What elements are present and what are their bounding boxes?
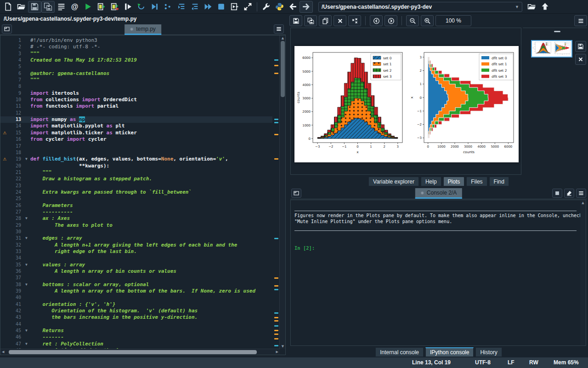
editor-line[interactable]: 45▼ Returns — [0, 328, 272, 334]
editor-line[interactable]: 14import matplotlib.pyplot as plt — [0, 123, 272, 129]
scroll-down-arrow-icon[interactable]: ▼ — [280, 345, 286, 348]
editor-line[interactable]: 41 orientation : {'v', 'h'} — [0, 301, 272, 308]
editor-line[interactable]: 21 """ — [0, 169, 272, 176]
editor-line[interactable]: 16from cycler import cycler — [0, 136, 272, 143]
console-scrollbar[interactable]: ▲ — [580, 200, 586, 345]
editor-line[interactable]: 11from functools import partial — [0, 103, 272, 109]
editor-line[interactable]: 6@author: gpena-castellanos — [0, 70, 272, 77]
plots-options-button[interactable] — [574, 15, 587, 26]
clear-console-button[interactable] — [564, 189, 574, 198]
editor-line[interactable]: 10from collections import OrderedDict — [0, 97, 272, 103]
run-button[interactable] — [81, 1, 95, 13]
tab-internal-console[interactable]: Internal console — [375, 347, 424, 357]
symbol-finder-button[interactable]: @ — [68, 1, 81, 13]
run-cell-advance-button[interactable] — [108, 1, 121, 13]
open-file-button[interactable] — [15, 1, 28, 13]
editor-line[interactable]: 34 — [0, 255, 272, 261]
save-button[interactable] — [28, 1, 41, 13]
tab-ipython-console[interactable]: IPython console — [425, 347, 474, 357]
editor-line[interactable]: ⚠19▼def filled_hist(ax, edges, values, b… — [0, 156, 272, 162]
tab-help[interactable]: Help — [421, 177, 441, 186]
new-file-button[interactable] — [1, 1, 15, 13]
stop-button[interactable] — [215, 1, 228, 13]
fold-icon[interactable]: ▼ — [23, 262, 30, 268]
editor-line[interactable]: 4Created on Thu May 16 17:02:53 2019 — [0, 57, 272, 63]
editor-line[interactable]: 25 — [0, 196, 272, 202]
fold-icon[interactable]: ▼ — [23, 341, 30, 347]
scroll-right-arrow-icon[interactable]: ▶ — [276, 350, 278, 354]
interrupt-kernel-button[interactable] — [552, 189, 562, 198]
editor-line[interactable]: 26 Parameters — [0, 202, 272, 209]
working-directory-select[interactable]: /Users/gpena-castellanos/.spyder-py3-dev… — [318, 2, 522, 12]
step-out-button[interactable] — [188, 1, 201, 13]
editor-line[interactable]: 5 — [0, 63, 272, 70]
close-all-plots-button[interactable] — [348, 15, 361, 26]
editor-line[interactable]: 13import numpy as np — [0, 116, 272, 123]
tab-history[interactable]: History — [475, 347, 502, 357]
editor-line[interactable]: 37 — [0, 275, 272, 281]
editor-line[interactable]: 8 — [0, 83, 272, 90]
editor-options-button[interactable] — [274, 24, 284, 34]
editor-line[interactable]: 29 The axes to plot to — [0, 222, 272, 229]
editor-line[interactable]: 42 Orientation of the histogram. 'v' (de… — [0, 308, 272, 314]
save-all-plots-button[interactable] — [304, 15, 317, 26]
console-options-button[interactable] — [576, 189, 586, 198]
editor-line[interactable]: 9import itertools — [0, 90, 272, 97]
run-selection-button[interactable] — [121, 1, 135, 13]
editor-line[interactable]: 38▼ bottoms : scalar or array, optional — [0, 282, 272, 288]
fold-icon[interactable]: ▼ — [23, 235, 30, 242]
editor-line[interactable]: 47▼ ret : PolyCollection — [0, 341, 272, 347]
preferences-button[interactable] — [260, 1, 273, 13]
save-all-button[interactable] — [41, 1, 55, 13]
editor-line[interactable]: ⚠15import matplotlib.ticker as mticker — [0, 130, 272, 136]
rerun-cell-button[interactable] — [135, 1, 148, 13]
editor-line[interactable]: 36 A length n array of bin counts or val… — [0, 268, 272, 275]
editor-line[interactable]: 12 — [0, 110, 272, 116]
editor-line[interactable]: 22 Draw a histogram as a stepped patch. — [0, 176, 272, 182]
step-button[interactable] — [161, 1, 175, 13]
editor-line[interactable]: 28▼ ax : Axes — [0, 215, 272, 222]
editor-vscroll-thumb[interactable] — [281, 41, 285, 97]
editor-line[interactable]: 31▼ edges : array — [0, 235, 272, 242]
forward-button[interactable] — [300, 1, 313, 13]
previous-plot-button[interactable] — [370, 15, 383, 26]
debug-button[interactable] — [148, 1, 161, 13]
plot-thumbnail[interactable]: ★−3−2−101230100020003000400050006000xcou… — [531, 40, 572, 58]
close-thumbnail-button[interactable] — [575, 54, 586, 65]
editor-line[interactable]: 35▼ values : array — [0, 262, 272, 268]
fold-icon[interactable]: ▼ — [23, 282, 30, 288]
run-cell-button[interactable] — [95, 1, 108, 13]
file-switcher-button[interactable] — [55, 1, 68, 13]
scroll-up-arrow-icon[interactable]: ▲ — [280, 36, 286, 40]
run-current-cell-button[interactable] — [228, 1, 241, 13]
continue-button[interactable] — [201, 1, 215, 13]
ipython-console[interactable]: Figures now render in the Plots pane by … — [290, 200, 586, 346]
editor-line[interactable]: 18 — [0, 150, 272, 156]
editor-line[interactable]: 33 right edge of the last bin. — [0, 248, 272, 255]
scroll-up-arrow-icon[interactable]: ▲ — [580, 201, 586, 205]
step-into-button[interactable] — [175, 1, 188, 13]
editor-line[interactable]: 20 **kwargs): — [0, 163, 272, 169]
editor-line[interactable]: 44 — [0, 321, 272, 328]
scroll-left-arrow-icon[interactable]: ◀ — [2, 350, 4, 354]
editor-vertical-scrollbar[interactable]: ▲ ▼ — [279, 35, 285, 349]
fold-icon[interactable]: ▼ — [23, 156, 30, 162]
console-tab[interactable]: Console 2/A — [415, 188, 462, 199]
editor-line[interactable]: 46 ------- — [0, 334, 272, 340]
code-editor[interactable]: 1#!/usr/bin/env python32# -*- coding: ut… — [0, 35, 286, 355]
zoom-in-button[interactable] — [421, 15, 434, 26]
editor-line[interactable]: 27 ---------- — [0, 209, 272, 215]
editor-line[interactable]: 43 the bars increasing in the positive y… — [0, 314, 272, 321]
fold-icon[interactable]: ▼ — [23, 215, 30, 222]
back-button[interactable] — [286, 1, 300, 13]
editor-tab-temp-py[interactable]: temp.py — [124, 24, 161, 35]
editor-line[interactable]: 30 — [0, 229, 272, 235]
next-plot-button[interactable] — [384, 15, 397, 26]
editor-hscroll-thumb[interactable] — [9, 350, 257, 354]
editor-line[interactable]: 40 — [0, 294, 272, 301]
editor-line[interactable]: 17 — [0, 143, 272, 150]
editor-line[interactable]: 3""" — [0, 51, 272, 57]
browse-workdir-button[interactable] — [525, 1, 538, 13]
editor-line[interactable]: 32 A length n+1 array giving the left ed… — [0, 242, 272, 248]
copy-plot-button[interactable] — [319, 15, 332, 26]
